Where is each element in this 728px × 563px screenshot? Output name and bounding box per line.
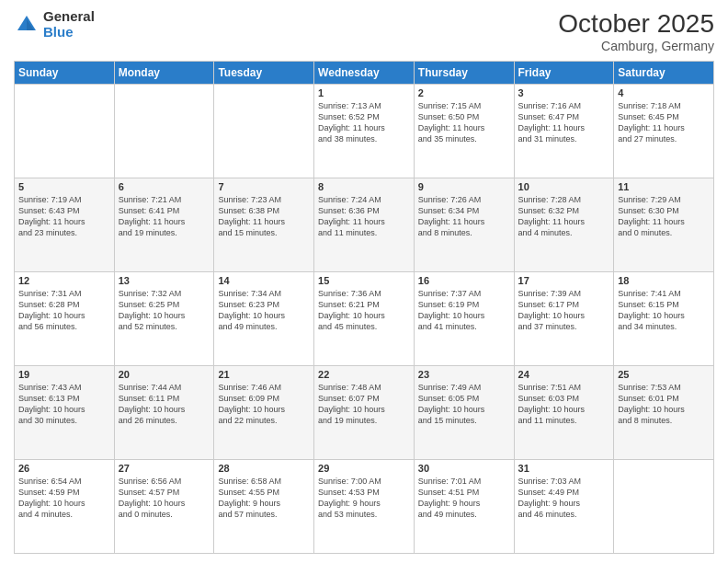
day-number: 17: [518, 275, 610, 286]
day-number: 28: [218, 463, 310, 474]
calendar: SundayMondayTuesdayWednesdayThursdayFrid…: [14, 61, 714, 554]
calendar-day: 22Sunrise: 7:48 AM Sunset: 6:07 PM Dayli…: [314, 366, 415, 460]
calendar-day: 14Sunrise: 7:34 AM Sunset: 6:23 PM Dayli…: [214, 272, 314, 366]
day-info: Sunrise: 7:00 AM Sunset: 4:53 PM Dayligh…: [318, 476, 410, 521]
day-number: 3: [518, 87, 610, 98]
day-info: Sunrise: 6:56 AM Sunset: 4:57 PM Dayligh…: [119, 476, 210, 521]
calendar-day: 7Sunrise: 7:23 AM Sunset: 6:38 PM Daylig…: [214, 178, 314, 272]
calendar-day: 29Sunrise: 7:00 AM Sunset: 4:53 PM Dayli…: [314, 460, 415, 554]
day-info: Sunrise: 7:28 AM Sunset: 6:32 PM Dayligh…: [518, 194, 610, 239]
calendar-header-row: SundayMondayTuesdayWednesdayThursdayFrid…: [15, 62, 714, 85]
day-number: 18: [618, 275, 710, 286]
calendar-week-3: 12Sunrise: 7:31 AM Sunset: 6:28 PM Dayli…: [15, 272, 714, 366]
day-number: 24: [518, 369, 610, 380]
day-number: 29: [318, 463, 410, 474]
calendar-header-sunday: Sunday: [15, 62, 115, 85]
calendar-day: 26Sunrise: 6:54 AM Sunset: 4:59 PM Dayli…: [15, 460, 115, 554]
day-number: 6: [119, 181, 210, 192]
day-info: Sunrise: 6:58 AM Sunset: 4:55 PM Dayligh…: [218, 476, 310, 521]
day-number: 10: [518, 181, 610, 192]
day-number: 19: [18, 369, 110, 380]
page: General Blue October 2025 Camburg, Germa…: [0, 0, 728, 563]
calendar-day: [15, 85, 115, 178]
day-number: 1: [318, 87, 410, 98]
day-number: 21: [218, 369, 310, 380]
day-info: Sunrise: 7:32 AM Sunset: 6:25 PM Dayligh…: [119, 288, 210, 333]
calendar-day: 28Sunrise: 6:58 AM Sunset: 4:55 PM Dayli…: [214, 460, 314, 554]
logo-icon: [14, 12, 40, 38]
day-number: 27: [119, 463, 210, 474]
day-info: Sunrise: 7:36 AM Sunset: 6:21 PM Dayligh…: [318, 288, 410, 333]
day-info: Sunrise: 7:48 AM Sunset: 6:07 PM Dayligh…: [318, 382, 410, 427]
day-info: Sunrise: 7:31 AM Sunset: 6:28 PM Dayligh…: [18, 288, 110, 333]
calendar-day: 23Sunrise: 7:49 AM Sunset: 6:05 PM Dayli…: [414, 366, 514, 460]
day-number: 16: [418, 275, 510, 286]
calendar-day: 9Sunrise: 7:26 AM Sunset: 6:34 PM Daylig…: [414, 178, 514, 272]
calendar-day: [114, 85, 214, 178]
calendar-day: 16Sunrise: 7:37 AM Sunset: 6:19 PM Dayli…: [414, 272, 514, 366]
calendar-day: 12Sunrise: 7:31 AM Sunset: 6:28 PM Dayli…: [15, 272, 115, 366]
day-number: 25: [618, 369, 710, 380]
day-info: Sunrise: 7:43 AM Sunset: 6:13 PM Dayligh…: [18, 382, 110, 427]
logo-general-text: General: [43, 9, 95, 25]
calendar-day: 5Sunrise: 7:19 AM Sunset: 6:43 PM Daylig…: [15, 178, 115, 272]
calendar-week-1: 1Sunrise: 7:13 AM Sunset: 6:52 PM Daylig…: [15, 85, 714, 178]
calendar-header-tuesday: Tuesday: [214, 62, 314, 85]
day-number: 31: [518, 463, 610, 474]
day-info: Sunrise: 7:19 AM Sunset: 6:43 PM Dayligh…: [18, 194, 110, 239]
day-number: 14: [218, 275, 310, 286]
calendar-day: 19Sunrise: 7:43 AM Sunset: 6:13 PM Dayli…: [15, 366, 115, 460]
day-info: Sunrise: 7:53 AM Sunset: 6:01 PM Dayligh…: [618, 382, 710, 427]
day-info: Sunrise: 7:39 AM Sunset: 6:17 PM Dayligh…: [518, 288, 610, 333]
calendar-day: 17Sunrise: 7:39 AM Sunset: 6:17 PM Dayli…: [514, 272, 614, 366]
day-info: Sunrise: 7:13 AM Sunset: 6:52 PM Dayligh…: [318, 100, 410, 145]
calendar-week-5: 26Sunrise: 6:54 AM Sunset: 4:59 PM Dayli…: [15, 460, 714, 554]
day-info: Sunrise: 7:23 AM Sunset: 6:38 PM Dayligh…: [218, 194, 310, 239]
calendar-header-saturday: Saturday: [614, 62, 714, 85]
day-info: Sunrise: 7:34 AM Sunset: 6:23 PM Dayligh…: [218, 288, 310, 333]
day-number: 20: [119, 369, 210, 380]
calendar-day: [214, 85, 314, 178]
calendar-day: 24Sunrise: 7:51 AM Sunset: 6:03 PM Dayli…: [514, 366, 614, 460]
day-info: Sunrise: 7:37 AM Sunset: 6:19 PM Dayligh…: [418, 288, 510, 333]
day-info: Sunrise: 7:49 AM Sunset: 6:05 PM Dayligh…: [418, 382, 510, 427]
day-number: 4: [618, 87, 710, 98]
calendar-week-2: 5Sunrise: 7:19 AM Sunset: 6:43 PM Daylig…: [15, 178, 714, 272]
day-number: 11: [618, 181, 710, 192]
calendar-day: 8Sunrise: 7:24 AM Sunset: 6:36 PM Daylig…: [314, 178, 415, 272]
calendar-day: 21Sunrise: 7:46 AM Sunset: 6:09 PM Dayli…: [214, 366, 314, 460]
day-number: 23: [418, 369, 510, 380]
header: General Blue October 2025 Camburg, Germa…: [14, 9, 714, 53]
day-info: Sunrise: 7:01 AM Sunset: 4:51 PM Dayligh…: [418, 476, 510, 521]
day-number: 2: [418, 87, 510, 98]
day-number: 7: [218, 181, 310, 192]
calendar-week-4: 19Sunrise: 7:43 AM Sunset: 6:13 PM Dayli…: [15, 366, 714, 460]
day-number: 15: [318, 275, 410, 286]
calendar-header-thursday: Thursday: [414, 62, 514, 85]
logo: General Blue: [14, 9, 95, 40]
calendar-day: 25Sunrise: 7:53 AM Sunset: 6:01 PM Dayli…: [614, 366, 714, 460]
day-info: Sunrise: 6:54 AM Sunset: 4:59 PM Dayligh…: [18, 476, 110, 521]
day-info: Sunrise: 7:41 AM Sunset: 6:15 PM Dayligh…: [618, 288, 710, 333]
title-block: October 2025 Camburg, Germany: [558, 9, 714, 53]
month-title: October 2025: [558, 9, 714, 39]
day-info: Sunrise: 7:29 AM Sunset: 6:30 PM Dayligh…: [618, 194, 710, 239]
calendar-day: 20Sunrise: 7:44 AM Sunset: 6:11 PM Dayli…: [114, 366, 214, 460]
calendar-day: 11Sunrise: 7:29 AM Sunset: 6:30 PM Dayli…: [614, 178, 714, 272]
logo-text: General Blue: [43, 9, 95, 40]
day-info: Sunrise: 7:26 AM Sunset: 6:34 PM Dayligh…: [418, 194, 510, 239]
day-number: 5: [18, 181, 110, 192]
calendar-day: 4Sunrise: 7:18 AM Sunset: 6:45 PM Daylig…: [614, 85, 714, 178]
day-info: Sunrise: 7:44 AM Sunset: 6:11 PM Dayligh…: [119, 382, 210, 427]
day-number: 22: [318, 369, 410, 380]
logo-blue-text: Blue: [43, 25, 95, 40]
day-info: Sunrise: 7:15 AM Sunset: 6:50 PM Dayligh…: [418, 100, 510, 145]
calendar-header-wednesday: Wednesday: [314, 62, 415, 85]
day-info: Sunrise: 7:18 AM Sunset: 6:45 PM Dayligh…: [618, 100, 710, 145]
day-number: 26: [18, 463, 110, 474]
day-number: 12: [18, 275, 110, 286]
day-number: 13: [119, 275, 210, 286]
calendar-day: 15Sunrise: 7:36 AM Sunset: 6:21 PM Dayli…: [314, 272, 415, 366]
calendar-header-friday: Friday: [514, 62, 614, 85]
day-number: 9: [418, 181, 510, 192]
